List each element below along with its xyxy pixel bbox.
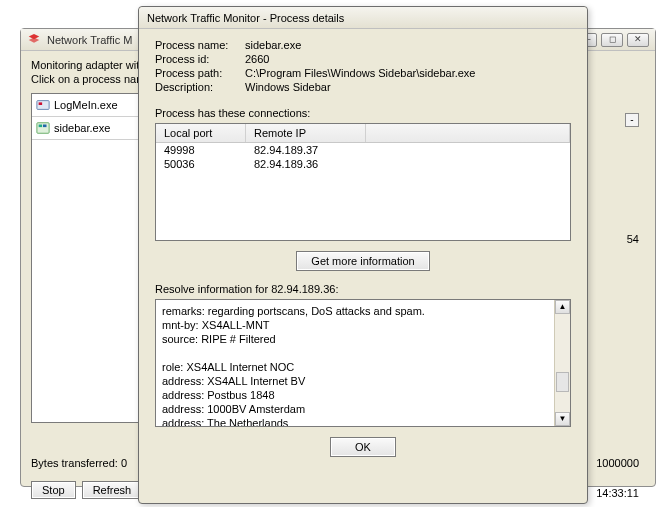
process-icon bbox=[36, 98, 50, 112]
right-value-1: 54 bbox=[627, 233, 639, 245]
cell-remote-ip: 82.94.189.37 bbox=[246, 143, 366, 157]
process-id-value: 2660 bbox=[245, 53, 571, 65]
process-icon bbox=[36, 121, 50, 135]
scroll-down-icon[interactable]: ▼ bbox=[555, 412, 570, 426]
dialog-body: Process name: sidebar.exe Process id: 26… bbox=[139, 29, 587, 465]
bytes-label: Bytes transferred: bbox=[31, 457, 118, 469]
column-remote-ip[interactable]: Remote IP bbox=[246, 124, 366, 142]
table-row[interactable]: 49998 82.94.189.37 bbox=[156, 143, 570, 157]
list-item[interactable]: sidebar.exe bbox=[32, 117, 138, 139]
close-button[interactable]: ✕ bbox=[627, 33, 649, 47]
collapse-button[interactable]: - bbox=[625, 113, 639, 127]
right-value-time: 14:33:11 bbox=[596, 487, 639, 499]
process-details-dialog: Network Traffic Monitor - Process detail… bbox=[138, 6, 588, 504]
svg-rect-1 bbox=[39, 102, 43, 105]
process-name-label: Process name: bbox=[155, 39, 245, 51]
description-label: Description: bbox=[155, 81, 245, 93]
process-name: LogMeIn.exe bbox=[54, 99, 118, 111]
table-row[interactable]: 50036 82.94.189.36 bbox=[156, 157, 570, 171]
bytes-value: 0 bbox=[121, 457, 127, 469]
scroll-up-icon[interactable]: ▲ bbox=[555, 300, 570, 314]
connections-table[interactable]: Local port Remote IP 49998 82.94.189.37 … bbox=[155, 123, 571, 241]
right-value-2: 1000000 bbox=[596, 457, 639, 469]
cell-remote-ip: 82.94.189.36 bbox=[246, 157, 366, 171]
scroll-thumb[interactable] bbox=[556, 372, 569, 392]
get-more-information-button[interactable]: Get more information bbox=[296, 251, 429, 271]
process-list[interactable]: LogMeIn.exe sidebar.exe bbox=[31, 93, 139, 423]
connections-rows: 49998 82.94.189.37 50036 82.94.189.36 bbox=[156, 143, 570, 171]
stop-button[interactable]: Stop bbox=[31, 481, 76, 499]
dialog-title: Network Traffic Monitor - Process detail… bbox=[147, 12, 344, 24]
cell-local-port: 49998 bbox=[156, 143, 246, 157]
button-row: Stop Refresh bbox=[31, 481, 142, 499]
process-path-value: C:\Program Files\Windows Sidebar\sidebar… bbox=[245, 67, 571, 79]
svg-rect-2 bbox=[37, 123, 49, 134]
process-name: sidebar.exe bbox=[54, 122, 110, 134]
description-value: Windows Sidebar bbox=[245, 81, 571, 93]
process-info: Process name: sidebar.exe Process id: 26… bbox=[155, 39, 571, 93]
svg-rect-4 bbox=[43, 125, 47, 128]
resolve-content: remarks: regarding portscans, DoS attack… bbox=[162, 304, 552, 427]
column-spacer bbox=[366, 124, 570, 142]
svg-rect-3 bbox=[39, 125, 43, 128]
cell-local-port: 50036 bbox=[156, 157, 246, 171]
resolve-textbox[interactable]: remarks: regarding portscans, DoS attack… bbox=[155, 299, 571, 427]
refresh-button[interactable]: Refresh bbox=[82, 481, 143, 499]
bytes-transferred: Bytes transferred: 0 bbox=[31, 457, 139, 469]
maximize-button[interactable]: ◻ bbox=[601, 33, 623, 47]
column-local-port[interactable]: Local port bbox=[156, 124, 246, 142]
list-item[interactable]: LogMeIn.exe bbox=[32, 94, 138, 116]
process-id-label: Process id: bbox=[155, 53, 245, 65]
ok-button[interactable]: OK bbox=[330, 437, 396, 457]
scrollbar[interactable]: ▲ ▼ bbox=[554, 300, 570, 426]
app-icon bbox=[27, 33, 41, 47]
connections-label: Process has these connections: bbox=[155, 107, 571, 119]
dialog-titlebar: Network Traffic Monitor - Process detail… bbox=[139, 7, 587, 29]
process-path-label: Process path: bbox=[155, 67, 245, 79]
resolve-label: Resolve information for 82.94.189.36: bbox=[155, 283, 571, 295]
process-name-value: sidebar.exe bbox=[245, 39, 571, 51]
connections-header: Local port Remote IP bbox=[156, 124, 570, 143]
